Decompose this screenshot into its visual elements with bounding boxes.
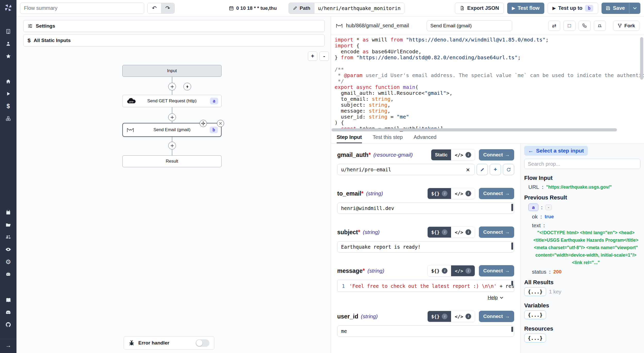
error-handler-bar[interactable]: Error handler xyxy=(124,336,214,350)
trigger-bolt-button[interactable] xyxy=(183,83,191,90)
prop-row-url[interactable]: URL: "https://earthquake.usgs.gov/" xyxy=(528,184,640,190)
settings-gear-icon[interactable]: ⚙ xyxy=(0,256,16,268)
tab-advanced[interactable]: Advanced xyxy=(413,134,436,143)
docs-book-icon[interactable] xyxy=(0,294,16,306)
undo-button[interactable]: ↶ xyxy=(148,3,161,13)
swap-button[interactable]: ⇄ xyxy=(548,21,560,31)
move-node-button[interactable] xyxy=(200,120,207,127)
prop-row-status[interactable]: status: 200 xyxy=(532,269,640,275)
connect-button[interactable]: Connect→ xyxy=(479,311,514,322)
flow-summary-input[interactable] xyxy=(20,3,144,14)
step-summary-input[interactable] xyxy=(427,20,512,31)
edit-resource-button[interactable] xyxy=(477,164,488,175)
resources-cubes-icon[interactable] xyxy=(0,112,16,125)
gmail-auth-input[interactable]: u/henri/pro-email × xyxy=(337,164,475,175)
user-icon[interactable] xyxy=(0,38,16,50)
discord-icon[interactable] xyxy=(0,306,16,318)
mode-template[interactable]: ${}i xyxy=(428,311,451,322)
test-flow-button[interactable]: ▶ Test flow xyxy=(507,3,544,14)
prop-row-text[interactable]: text: xyxy=(532,222,640,229)
folders-icon[interactable] xyxy=(0,218,16,231)
panel-button[interactable] xyxy=(594,21,606,31)
variables-object-badge[interactable]: {...} xyxy=(524,310,546,319)
code-editor[interactable]: import * as wmill from "https://deno.lan… xyxy=(331,35,644,133)
message-code-editor[interactable]: 1 'Feel free to check out the latest rep… xyxy=(337,280,514,292)
expand-sidebar-arrow-icon[interactable]: → xyxy=(0,339,16,351)
mode-toggle: ${}i </>i xyxy=(427,226,475,238)
add-resource-button[interactable]: + xyxy=(490,164,501,175)
code-horizontal-scrollbar[interactable] xyxy=(332,128,617,131)
mode-static[interactable]: Static xyxy=(431,149,451,160)
prop-text-value[interactable]: "<!DOCTYPE html> <html lang="en"> <head>… xyxy=(533,229,639,266)
refresh-resource-button[interactable] xyxy=(503,164,514,175)
robot-icon[interactable] xyxy=(0,268,16,280)
connect-button[interactable]: Connect→ xyxy=(479,226,514,238)
mode-code[interactable]: </>i xyxy=(451,265,475,276)
mode-template[interactable]: ${}i xyxy=(428,188,451,199)
favorites-star-icon[interactable] xyxy=(0,50,16,62)
step-a-badge[interactable]: a xyxy=(528,204,538,211)
select-step-input-chip[interactable]: ← Select a step input xyxy=(524,146,588,156)
error-handler-toggle[interactable] xyxy=(196,339,209,347)
tab-test-this-step[interactable]: Test this step xyxy=(373,134,403,143)
mode-code[interactable]: </>i xyxy=(451,311,475,322)
prop-row-ok[interactable]: ok: true xyxy=(532,214,640,220)
sliders-icon xyxy=(28,23,33,29)
connect-button[interactable]: Connect→ xyxy=(479,265,514,276)
resources-object-badge[interactable]: {...} xyxy=(524,334,546,342)
add-step-button[interactable] xyxy=(168,83,176,90)
add-step-button[interactable] xyxy=(168,113,176,121)
mode-template[interactable]: ${}i xyxy=(428,265,451,276)
delete-node-button[interactable] xyxy=(217,120,224,127)
box-button[interactable]: □ xyxy=(563,21,575,31)
call-button[interactable] xyxy=(579,21,591,31)
variables-dollar-icon[interactable]: $ xyxy=(0,100,16,112)
search-prop-input[interactable] xyxy=(524,159,640,169)
schedule-indicator[interactable]: 0 10 18 * * tue,thu xyxy=(229,5,277,11)
runs-play-icon[interactable] xyxy=(0,88,16,100)
arrow-right-icon: → xyxy=(505,229,510,235)
gmail-icon xyxy=(126,127,134,133)
to-email-input[interactable]: henri@windmill.dev xyxy=(337,203,514,214)
windmill-logo-icon[interactable] xyxy=(0,0,16,15)
zoom-out-button[interactable]: - xyxy=(319,52,329,61)
save-dropdown-button[interactable] xyxy=(629,3,640,14)
redo-button[interactable]: ↷ xyxy=(161,3,174,13)
path-chip[interactable]: Path u/henri/earthquake_monitorin xyxy=(289,3,404,14)
mode-code[interactable]: </>i xyxy=(451,227,475,238)
flow-node-gmail-selected[interactable]: Send Email (gmail) b xyxy=(122,123,222,137)
zoom-in-button[interactable]: + xyxy=(308,52,317,61)
mode-template[interactable]: ${}i xyxy=(428,227,451,238)
audit-eye-icon[interactable] xyxy=(0,243,16,256)
mode-code[interactable]: </>i xyxy=(451,188,475,199)
save-button[interactable]: Save xyxy=(601,3,629,14)
fork-button[interactable]: Fork xyxy=(613,21,639,31)
flow-node-input[interactable]: Input xyxy=(122,65,222,77)
connect-button[interactable]: Connect→ xyxy=(479,188,514,199)
subject-input[interactable]: Earthquake report is ready! xyxy=(337,241,514,253)
help-link[interactable]: Help xyxy=(488,295,498,300)
groups-icon[interactable] xyxy=(0,231,16,243)
schedules-calendar-icon[interactable] xyxy=(0,206,16,218)
add-step-button[interactable] xyxy=(168,142,176,149)
user-id-input[interactable]: me xyxy=(337,325,514,337)
mode-code[interactable]: </>i xyxy=(451,149,475,160)
prop-row-a[interactable]: a: - xyxy=(528,204,640,211)
workspace-icon[interactable] xyxy=(0,25,16,38)
flow-settings-button[interactable]: Settings xyxy=(23,20,325,32)
connect-button[interactable]: Connect→ xyxy=(479,149,514,161)
github-icon[interactable] xyxy=(0,318,16,331)
collapse-badge[interactable]: - xyxy=(545,205,552,210)
code-vertical-scrollbar[interactable] xyxy=(640,37,643,80)
test-up-to-button[interactable]: ▶ Test up to b xyxy=(548,3,598,14)
flow-node-result[interactable]: Result xyxy=(122,155,222,167)
field-type: (resource-gmail) xyxy=(373,152,413,158)
clear-icon[interactable]: × xyxy=(466,166,471,173)
all-static-inputs-button[interactable]: $ All Static Inputs xyxy=(23,35,325,46)
field-type: (string) xyxy=(367,268,384,274)
flow-node-http[interactable]: HTTP Send GET Request (http) a xyxy=(122,95,222,107)
all-results-object-badge[interactable]: {...} xyxy=(524,287,546,296)
tab-step-input[interactable]: Step Input xyxy=(337,134,362,143)
export-json-button[interactable]: Export JSON xyxy=(455,3,504,14)
home-icon[interactable] xyxy=(0,75,16,88)
